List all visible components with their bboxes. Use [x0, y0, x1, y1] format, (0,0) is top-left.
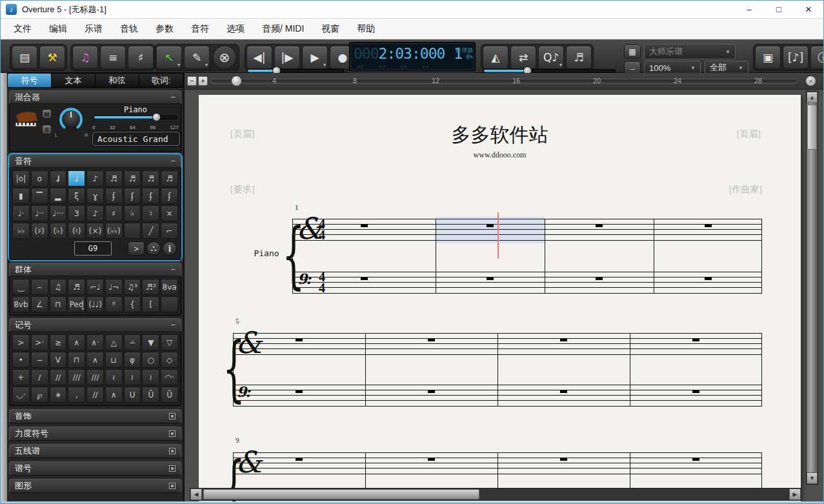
- menu-item[interactable]: 音频/ MIDI: [262, 23, 304, 35]
- flat[interactable]: ♭: [124, 205, 141, 221]
- quarter-rest[interactable]: ξ: [68, 188, 85, 204]
- pencil-tool-button[interactable]: ✎: [184, 46, 210, 69]
- beam-sixteenths[interactable]: ♬: [68, 279, 85, 295]
- pedal-sign[interactable]: ℘: [31, 387, 48, 403]
- paren-flat[interactable]: (♭): [50, 223, 67, 239]
- beam-eighths[interactable]: ♫: [50, 279, 67, 295]
- library-button[interactable]: [♪]: [783, 46, 809, 69]
- tab-lyrics[interactable]: 歌词:: [139, 73, 183, 88]
- thirty-second-note[interactable]: ♬: [124, 170, 141, 186]
- paren-sharp[interactable]: (♯): [31, 223, 48, 239]
- harmonic[interactable]: ◇: [161, 352, 178, 368]
- eighth-rest[interactable]: ɣ: [86, 188, 104, 204]
- fermata-over-u[interactable]: Û: [142, 387, 159, 403]
- score-canvas[interactable]: [页眉] [页眉] 多多软件站 www.ddooo.com [要求] [作曲家]…: [185, 90, 823, 501]
- sixty-fourth-rest[interactable]: ʄ: [142, 188, 159, 204]
- loop-button[interactable]: ⇄: [510, 46, 536, 69]
- expand-icon[interactable]: [169, 413, 176, 419]
- score-title[interactable]: 多多软件站: [199, 122, 801, 148]
- tremolo-two[interactable]: ∕∕: [50, 369, 67, 385]
- ottava-alta[interactable]: 8va: [161, 279, 178, 295]
- step-forward-button[interactable]: |▶: [274, 46, 300, 69]
- empty-cell[interactable]: [124, 223, 141, 239]
- metronome-button[interactable]: ◭: [483, 46, 508, 69]
- collapse-icon[interactable]: −: [170, 265, 176, 274]
- staccato[interactable]: •: [12, 352, 30, 368]
- requirement-field[interactable]: [要求]: [230, 184, 254, 196]
- u-mark[interactable]: U: [124, 387, 141, 403]
- ruler-zoom-out-button[interactable]: −: [187, 76, 197, 86]
- solo-button[interactable]: S: [42, 125, 52, 134]
- marks-panel-header[interactable]: 记号 −: [9, 318, 181, 332]
- snap-pizzicato[interactable]: φ: [124, 352, 141, 368]
- note-info-button[interactable]: i: [163, 241, 177, 256]
- vertical-scroll-thumb[interactable]: [807, 105, 817, 150]
- collapse-icon[interactable]: −: [170, 156, 176, 166]
- chord-input[interactable]: [74, 241, 112, 256]
- expand-icon[interactable]: [169, 448, 176, 454]
- paren-double-flat[interactable]: (♭♭): [105, 223, 123, 239]
- bass-staff[interactable]: [292, 272, 762, 294]
- scroll-right-button[interactable]: ▶: [789, 489, 801, 500]
- menu-item[interactable]: 音轨: [120, 23, 138, 35]
- marcato-staccato[interactable]: ∧·: [86, 334, 104, 350]
- whole-rest[interactable]: ▔: [31, 188, 48, 204]
- horizontal-scrollbar[interactable]: ◀ ▶: [190, 488, 801, 501]
- expand-icon[interactable]: [169, 483, 176, 489]
- track-list-button[interactable]: ≡: [100, 46, 126, 69]
- u-with-caret[interactable]: Ǔ: [161, 387, 178, 403]
- double-whole-note[interactable]: |o|: [12, 170, 30, 186]
- maximize-button[interactable]: □: [764, 1, 794, 18]
- up-bow[interactable]: V: [50, 352, 67, 368]
- menu-item[interactable]: 编辑: [49, 23, 67, 35]
- collapse-icon[interactable]: −: [170, 92, 176, 102]
- collapse-icon[interactable]: −: [170, 320, 176, 330]
- breath-mark[interactable]: ,: [68, 387, 85, 403]
- triple-dot[interactable]: ♩···: [50, 205, 67, 221]
- midi-input-button[interactable]: ∴: [146, 241, 161, 256]
- coda-flower[interactable]: ∗: [50, 387, 67, 403]
- goto-button[interactable]: →: [624, 61, 641, 74]
- menu-item[interactable]: 文件: [14, 23, 32, 35]
- menu-item[interactable]: 视窗: [321, 23, 339, 35]
- close-button[interactable]: ×: [794, 1, 823, 18]
- tools-button[interactable]: ⚒: [39, 46, 65, 69]
- half-note[interactable]: ♩: [50, 170, 67, 186]
- caret-small[interactable]: ∧: [105, 387, 123, 403]
- ruler-thumb[interactable]: [231, 76, 242, 86]
- accent[interactable]: >: [12, 334, 30, 350]
- angle-line[interactable]: ∠: [31, 296, 48, 312]
- bracket-group[interactable]: [: [142, 296, 159, 312]
- horizontal-scroll-thumb[interactable]: [203, 489, 479, 499]
- system-1[interactable]: { & 4 4 9: 4 4: [292, 219, 762, 294]
- whole-note[interactable]: o: [31, 170, 48, 186]
- volume-slider-thumb[interactable]: [152, 113, 161, 121]
- volume-slider[interactable]: [94, 116, 177, 119]
- brace-group[interactable]: {: [124, 296, 141, 312]
- pan-knob[interactable]: [59, 108, 83, 131]
- marcato[interactable]: ∧: [68, 334, 85, 350]
- eighth-note[interactable]: ♪: [86, 170, 104, 186]
- wedge-filled[interactable]: ▼: [142, 334, 159, 350]
- track-grid-button[interactable]: ▦: [624, 45, 641, 59]
- one-twenty-eighth-rest[interactable]: ʄ: [161, 188, 178, 204]
- stem-slash-up[interactable]: ╱: [142, 223, 159, 239]
- staff-settings-button[interactable]: ♬: [566, 46, 592, 69]
- slur[interactable]: ⌢: [31, 279, 48, 295]
- double-flat[interactable]: ♭♭: [12, 223, 30, 239]
- plus-mark[interactable]: +: [12, 369, 30, 385]
- wedge-open[interactable]: ▽: [161, 334, 178, 350]
- groups-panel-header[interactable]: 群体 −: [9, 263, 181, 276]
- long-rest[interactable]: ▮: [12, 188, 30, 204]
- section-clefs[interactable]: 谱号: [9, 461, 181, 476]
- menu-item[interactable]: 参数: [156, 23, 174, 35]
- double-sharp[interactable]: ×: [161, 205, 178, 221]
- menu-item[interactable]: 音符: [191, 23, 209, 35]
- info-button[interactable]: ⓘ: [810, 46, 824, 69]
- section-ornaments[interactable]: 首饰: [9, 409, 181, 423]
- vertical-scrollbar[interactable]: ▲ ▼: [806, 91, 818, 485]
- augmentation-dot[interactable]: ♩·: [12, 205, 30, 221]
- mixer-view-button[interactable]: ♯: [128, 46, 154, 69]
- select-tool-button[interactable]: ↖: [156, 46, 182, 69]
- treble-staff[interactable]: [292, 219, 762, 241]
